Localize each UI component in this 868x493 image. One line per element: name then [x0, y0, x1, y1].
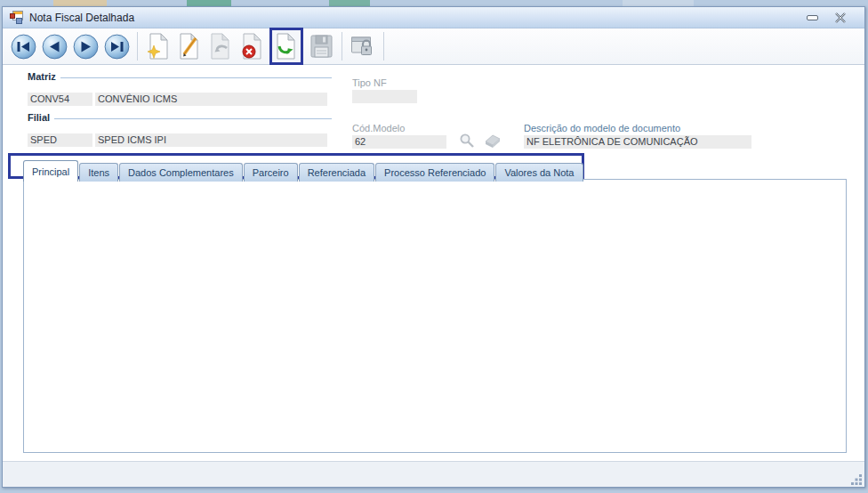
toolbar: [3, 28, 864, 65]
new-document-icon: [147, 33, 170, 60]
confirm-document-icon: [275, 33, 298, 60]
field-desc-modelo: Descrição do modelo de documento NF ELET…: [524, 123, 751, 149]
matriz-name-input[interactable]: CONVÊNIO ICMS: [95, 93, 327, 106]
security-lock-icon: [350, 35, 375, 59]
first-record-button[interactable]: [9, 30, 37, 62]
matriz-group-header: Matriz: [28, 71, 332, 82]
next-record-icon: [73, 34, 99, 60]
background-window-fragment: [623, 0, 694, 6]
previous-record-icon: [42, 34, 68, 60]
status-bar: [3, 461, 864, 487]
resize-grip[interactable]: [850, 473, 863, 485]
nota-fiscal-detalhada-window: Nota Fiscal Detalhada: [2, 6, 865, 488]
field-cod-modelo: Cód.Modelo 62: [352, 123, 446, 149]
minimize-button[interactable]: [800, 10, 824, 25]
desc-modelo-label: Descrição do modelo de documento: [524, 123, 751, 134]
save-icon: [309, 34, 334, 59]
cancel-document-button[interactable]: [237, 30, 266, 62]
filial-group-header: Filial: [28, 112, 332, 123]
matriz-code-input[interactable]: CONV54: [28, 93, 92, 106]
cod-modelo-clear-eraser-icon[interactable]: [481, 133, 502, 149]
background-window-fragment: [53, 0, 107, 6]
background-window-fragment: [187, 0, 231, 6]
last-record-icon: [104, 34, 130, 60]
cod-modelo-label: Cód.Modelo: [352, 123, 446, 134]
toolbar-separator: [137, 32, 138, 61]
undo-button[interactable]: [206, 30, 235, 62]
undo-icon: [209, 33, 232, 60]
tab-processo-referenciado[interactable]: Processo Referenciado: [375, 163, 494, 182]
desc-modelo-input[interactable]: NF ELETRÔNICA DE COMUNICAÇÃO: [524, 135, 751, 149]
edit-document-icon: [178, 33, 201, 60]
cancel-document-icon: [240, 33, 264, 60]
tipo-nf-input[interactable]: [352, 90, 417, 103]
first-record-icon: [11, 34, 36, 60]
field-tipo-nf: Tipo NF: [352, 77, 417, 103]
window-title: Nota Fiscal Detalhada: [29, 11, 795, 24]
close-icon: [834, 12, 847, 23]
previous-record-button[interactable]: [40, 30, 68, 62]
last-record-button[interactable]: [102, 30, 131, 62]
app-form-icon: [10, 11, 24, 24]
confirm-document-button[interactable]: [272, 30, 301, 62]
minimize-icon: [807, 15, 818, 20]
toolbar-separator: [383, 32, 384, 61]
tab-principal[interactable]: Principal: [23, 160, 78, 182]
save-button[interactable]: [307, 30, 335, 62]
tab-itens[interactable]: Itens: [79, 163, 118, 182]
cod-modelo-input[interactable]: 62: [352, 135, 446, 149]
new-document-button[interactable]: [144, 30, 173, 62]
cod-modelo-lookup-magnifier-icon[interactable]: [459, 133, 475, 149]
toolbar-separator: [342, 32, 342, 61]
tipo-nf-label: Tipo NF: [352, 77, 417, 89]
tab-referenciada[interactable]: Referenciada: [299, 163, 374, 182]
tab-parceiro[interactable]: Parceiro: [244, 163, 298, 182]
next-record-button[interactable]: [71, 30, 100, 62]
title-bar[interactable]: Nota Fiscal Detalhada: [3, 7, 864, 28]
security-lock-button[interactable]: [349, 30, 377, 62]
filial-name-input[interactable]: SPED ICMS IPI: [95, 133, 327, 147]
tab-dados-complementares[interactable]: Dados Complementares: [119, 163, 243, 182]
filial-group-label: Filial: [28, 112, 50, 123]
tab-page-principal: [23, 179, 847, 453]
matriz-group-label: Matriz: [28, 71, 56, 82]
close-button[interactable]: [829, 10, 852, 25]
tab-strip: Principal Itens Dados Complementares Par…: [23, 160, 584, 182]
tab-valores-da-nota[interactable]: Valores da Nota: [495, 163, 583, 182]
background-window-fragment: [329, 0, 370, 6]
edit-document-button[interactable]: [175, 30, 204, 62]
filial-code-input[interactable]: SPED: [28, 133, 92, 147]
